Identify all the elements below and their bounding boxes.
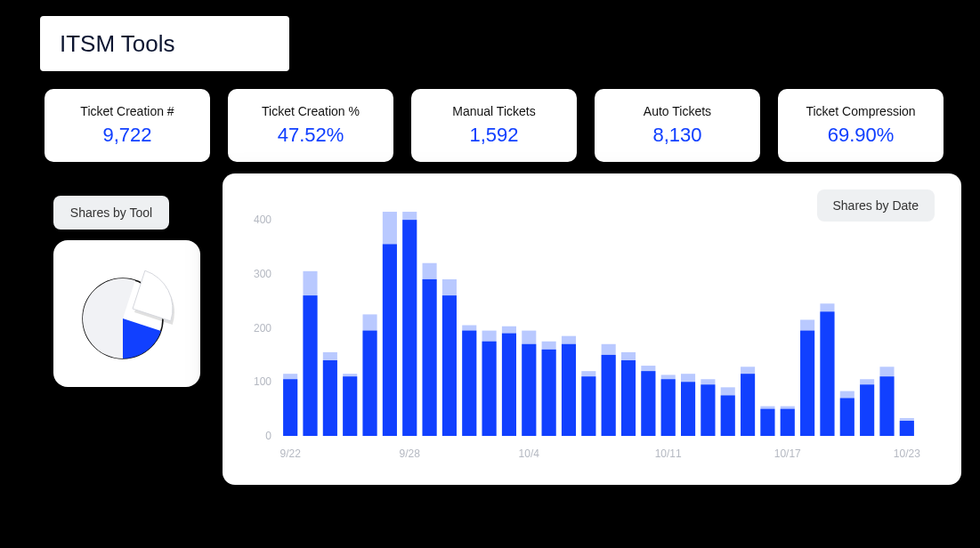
svg-rect-29 bbox=[502, 334, 516, 436]
svg-rect-25 bbox=[462, 331, 476, 436]
svg-rect-19 bbox=[402, 220, 417, 436]
svg-rect-27 bbox=[482, 342, 497, 436]
svg-text:300: 300 bbox=[254, 268, 271, 280]
bar-chart-card: Shares by Date 01002003004009/229/2810/4… bbox=[223, 173, 961, 485]
svg-rect-49 bbox=[701, 384, 715, 436]
svg-rect-15 bbox=[363, 331, 377, 436]
svg-rect-61 bbox=[820, 311, 834, 436]
svg-rect-33 bbox=[542, 350, 556, 436]
kpi-auto-tickets: Auto Tickets 8,130 bbox=[595, 89, 760, 162]
svg-text:10/17: 10/17 bbox=[774, 447, 801, 460]
page-title: ITSM Tools bbox=[40, 16, 289, 71]
svg-rect-45 bbox=[661, 379, 676, 436]
svg-rect-55 bbox=[760, 409, 774, 436]
svg-rect-67 bbox=[879, 376, 894, 436]
kpi-label: Auto Tickets bbox=[644, 104, 711, 118]
svg-rect-11 bbox=[323, 360, 337, 436]
svg-rect-13 bbox=[343, 376, 357, 436]
svg-rect-51 bbox=[721, 395, 735, 436]
svg-rect-69 bbox=[900, 421, 914, 436]
svg-rect-21 bbox=[423, 279, 437, 436]
kpi-label: Ticket Creation % bbox=[262, 104, 360, 118]
kpi-value: 1,592 bbox=[469, 124, 518, 147]
bar-chart-title: Shares by Date bbox=[817, 189, 935, 222]
kpi-value: 47.52% bbox=[278, 124, 344, 147]
svg-text:0: 0 bbox=[265, 430, 271, 442]
kpi-value: 9,722 bbox=[102, 124, 151, 147]
svg-rect-59 bbox=[800, 331, 814, 436]
svg-text:10/4: 10/4 bbox=[519, 447, 540, 460]
svg-rect-7 bbox=[283, 379, 297, 436]
pie-chart-title-text: Shares by Tool bbox=[70, 206, 152, 220]
pie-chart-card bbox=[53, 240, 200, 387]
svg-rect-63 bbox=[840, 399, 854, 437]
svg-rect-37 bbox=[581, 376, 595, 436]
svg-rect-9 bbox=[303, 295, 317, 436]
kpi-value: 8,130 bbox=[652, 124, 701, 147]
svg-text:200: 200 bbox=[254, 322, 271, 334]
kpi-ticket-creation-pct: Ticket Creation % 47.52% bbox=[228, 89, 393, 162]
svg-rect-23 bbox=[442, 295, 457, 436]
bar-chart-title-text: Shares by Date bbox=[833, 198, 919, 213]
svg-rect-31 bbox=[522, 344, 536, 436]
kpi-label: Manual Tickets bbox=[452, 104, 535, 118]
svg-rect-41 bbox=[621, 360, 636, 436]
svg-rect-65 bbox=[860, 384, 874, 436]
kpi-row: Ticket Creation # 9,722 Ticket Creation … bbox=[45, 89, 944, 162]
svg-rect-53 bbox=[741, 374, 755, 436]
svg-text:100: 100 bbox=[254, 375, 271, 388]
pie-chart-title: Shares by Tool bbox=[53, 196, 169, 230]
svg-rect-39 bbox=[602, 355, 616, 436]
kpi-manual-tickets: Manual Tickets 1,592 bbox=[411, 89, 577, 162]
kpi-label: Ticket Creation # bbox=[80, 104, 174, 118]
kpi-label: Ticket Compression bbox=[806, 104, 915, 118]
svg-text:10/23: 10/23 bbox=[894, 447, 920, 460]
svg-rect-47 bbox=[681, 382, 695, 436]
svg-text:9/28: 9/28 bbox=[400, 447, 421, 460]
bar-chart: 01002003004009/229/2810/410/1110/1710/23 bbox=[240, 196, 935, 471]
svg-text:9/22: 9/22 bbox=[279, 447, 301, 460]
svg-rect-57 bbox=[781, 409, 795, 436]
svg-text:400: 400 bbox=[254, 214, 271, 226]
kpi-ticket-compression: Ticket Compression 69.90% bbox=[778, 89, 944, 162]
svg-rect-17 bbox=[383, 244, 397, 436]
svg-text:10/11: 10/11 bbox=[655, 447, 682, 460]
page-title-text: ITSM Tools bbox=[60, 30, 175, 58]
kpi-value: 69.90% bbox=[828, 124, 895, 147]
svg-rect-43 bbox=[641, 371, 655, 436]
pie-chart-icon bbox=[74, 261, 181, 367]
svg-rect-35 bbox=[562, 344, 576, 436]
kpi-ticket-creation-count: Ticket Creation # 9,722 bbox=[45, 89, 210, 162]
